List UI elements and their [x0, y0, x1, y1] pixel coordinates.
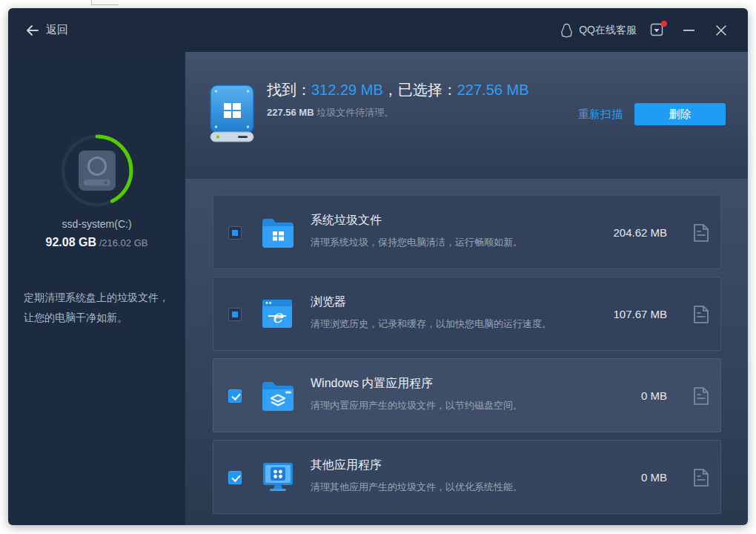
app-window: 返回 QQ在线客服	[8, 8, 748, 525]
row-description: 清理系统垃圾，保持您电脑清洁，运行畅顺如新。	[311, 236, 523, 249]
selected-value-unit: MB	[506, 82, 528, 98]
row-title: 系统垃圾文件	[311, 213, 382, 228]
scan-summary-header: 找到：312.29 MB，已选择：227.56 MB 227.56 MB 垃圾文…	[185, 52, 748, 179]
disk-usage-ring	[60, 134, 134, 208]
hard-drive-icon	[79, 151, 116, 191]
sidebar: ssd-system(C:) 92.08 GB /216.02 GB 定期清理系…	[8, 52, 185, 525]
row-size: 0 MB	[641, 471, 667, 484]
cleanup-row-builtin-apps[interactable]: Windows 内置应用程序 清理内置应用产生的垃圾文件，以节约磁盘空间。 0 …	[213, 358, 721, 432]
system-junk-folder-icon	[261, 217, 295, 248]
sidebar-description: 定期清理系统盘上的垃圾文件，让您的电脑干净如新。	[8, 288, 185, 328]
row-size: 107.67 MB	[613, 308, 667, 320]
other-apps-monitor-icon	[261, 461, 295, 492]
rescan-link[interactable]: 重新扫描	[578, 108, 623, 122]
summary-strong: 227.56 MB	[267, 107, 314, 118]
browser-icon: e	[261, 298, 294, 329]
found-line: 找到：312.29 MB，已选择：227.56 MB	[267, 79, 540, 102]
row-checkbox[interactable]	[228, 471, 242, 484]
blue-drive-icon	[210, 85, 254, 143]
file-detail-icon[interactable]	[693, 305, 709, 324]
row-checkbox[interactable]	[228, 389, 242, 403]
desktop-artifact	[91, 0, 119, 5]
back-arrow-icon	[24, 24, 39, 36]
row-description: 清理内置应用产生的垃圾文件，以节约磁盘空间。	[311, 399, 523, 412]
qq-penguin-icon	[560, 23, 574, 38]
found-label: 找到：	[267, 82, 311, 98]
summary-line: 227.56 MB 垃圾文件待清理。	[267, 106, 540, 119]
row-description: 清理浏览历史，记录和缓存，以加快您电脑的运行速度。	[311, 317, 551, 331]
builtin-apps-folder-icon	[261, 380, 295, 411]
row-description: 清理其他应用产生的垃圾文件，以优化系统性能。	[311, 481, 523, 494]
cleanup-list: 系统垃圾文件 清理系统垃圾，保持您电脑清洁，运行畅顺如新。 204.62 MB	[185, 179, 748, 525]
row-size: 0 MB	[641, 389, 667, 402]
row-title: 浏览器	[311, 294, 346, 310]
row-title: 其他应用程序	[311, 458, 382, 473]
close-button[interactable]	[711, 20, 732, 41]
close-icon	[715, 24, 727, 36]
cleanup-row-other-apps[interactable]: 其他应用程序 清理其他应用产生的垃圾文件，以优化系统性能。 0 MB	[213, 440, 721, 514]
back-button[interactable]: 返回	[24, 23, 68, 37]
row-size: 204.62 MB	[613, 226, 667, 239]
row-checkbox[interactable]	[228, 226, 242, 240]
disk-usage: 92.08 GB /216.02 GB	[46, 236, 148, 249]
delete-button[interactable]: 删除	[634, 103, 726, 125]
notification-dot	[661, 21, 667, 27]
scan-summary-text: 找到：312.29 MB，已选择：227.56 MB 227.56 MB 垃圾文…	[267, 79, 540, 119]
minimize-button[interactable]	[678, 20, 699, 41]
back-label: 返回	[46, 23, 68, 37]
disk-total: /216.02 GB	[99, 237, 148, 248]
main-panel: 找到：312.29 MB，已选择：227.56 MB 227.56 MB 垃圾文…	[185, 52, 748, 525]
qq-service-button[interactable]: QQ在线客服	[560, 23, 637, 38]
file-detail-icon[interactable]	[693, 223, 709, 243]
file-detail-icon[interactable]	[693, 468, 709, 487]
row-title: Windows 内置应用程序	[311, 376, 433, 392]
minimize-icon	[683, 29, 694, 32]
cleanup-row-system-junk[interactable]: 系统垃圾文件 清理系统垃圾，保持您电脑清洁，运行畅顺如新。 204.62 MB	[213, 195, 721, 269]
disk-used: 92.08 GB	[46, 236, 96, 248]
selected-value: 227.56	[457, 82, 503, 98]
found-value: 312.29 MB	[311, 82, 383, 98]
disk-name: ssd-system(C:)	[62, 218, 131, 230]
file-detail-icon[interactable]	[693, 386, 709, 406]
qq-service-label: QQ在线客服	[579, 24, 637, 37]
update-button[interactable]	[650, 23, 666, 38]
cleanup-row-browser[interactable]: e 浏览器 清理浏览历史，记录和缓存，以加快您电脑的运行速度。 107.67 M…	[213, 277, 721, 351]
selected-label: ，已选择：	[383, 82, 457, 98]
row-checkbox[interactable]	[228, 308, 242, 321]
summary-rest: 垃圾文件待清理。	[314, 107, 394, 118]
titlebar: 返回 QQ在线客服	[8, 8, 748, 52]
